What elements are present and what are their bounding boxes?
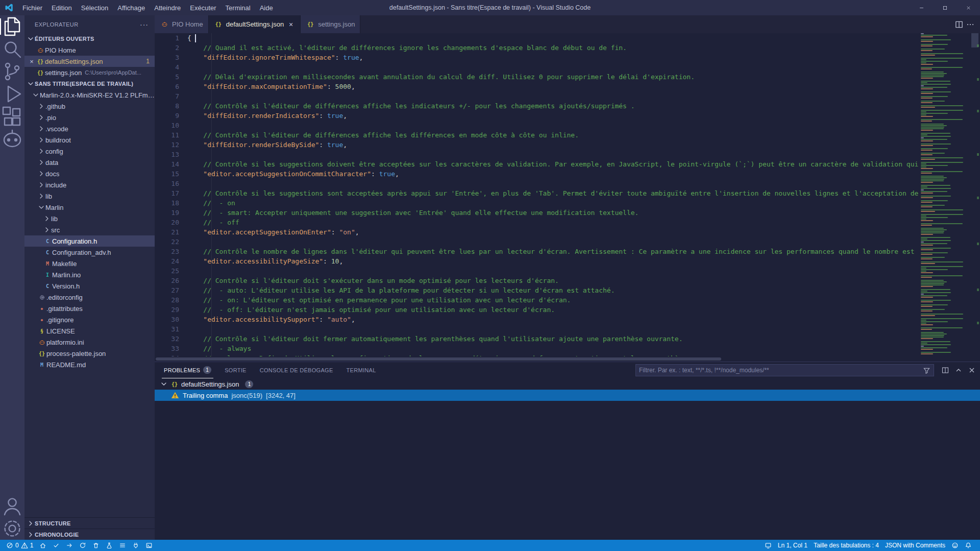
horizontal-scrollbar-thumb[interactable] <box>156 357 721 361</box>
tree-item-configuration-adv-h[interactable]: CConfiguration_adv.h <box>24 247 155 258</box>
menu-executer[interactable]: Exécuter <box>185 0 220 15</box>
tree-item-pio[interactable]: .pio <box>24 112 155 123</box>
explorer-more-actions-button[interactable]: ··· <box>140 20 149 29</box>
maximize-panel-chevron-icon[interactable] <box>954 366 963 374</box>
activitybar-search[interactable] <box>0 38 24 60</box>
problems-summary[interactable]: 01 <box>3 540 36 551</box>
tree-item-label: lib <box>51 215 58 223</box>
tree-item-include[interactable]: include <box>24 179 155 190</box>
statusbar-sync-button[interactable] <box>76 540 89 551</box>
tree-item-github[interactable]: .github <box>24 101 155 112</box>
statusbar-feedback-smiley[interactable] <box>948 540 962 551</box>
statusbar-home-button[interactable] <box>36 540 50 551</box>
more-editor-actions-icon[interactable] <box>966 20 975 29</box>
menu-aide[interactable]: Aide <box>255 0 278 15</box>
tree-item-marlin[interactable]: Marlin <box>24 202 155 213</box>
tree-item-lib[interactable]: lib <box>24 213 155 224</box>
minimap-line <box>921 338 933 339</box>
statusbar-list-button[interactable] <box>116 540 129 551</box>
problems-file-group[interactable]: {}defaultSettings.json1 <box>155 378 980 390</box>
split-panel-icon[interactable] <box>941 366 949 374</box>
minimap-line <box>921 281 947 282</box>
activitybar-explorer[interactable] <box>0 15 24 38</box>
tab-defaultsettings-json[interactable]: {}defaultSettings.json× <box>209 15 301 33</box>
panel-tab-console-de-debogage[interactable]: CONSOLE DE DÉBOGAGE <box>258 362 335 378</box>
section-chronologie[interactable]: CHRONOLOGIE <box>24 529 155 540</box>
close-editor-icon[interactable]: × <box>28 58 36 65</box>
open-editor-settings-json[interactable]: {}settings.jsonC:\Users\pro\AppDat... <box>24 67 155 78</box>
close-button[interactable] <box>957 0 980 15</box>
tree-item-lib[interactable]: lib <box>24 190 155 202</box>
tab-pio-home[interactable]: PIO Home <box>155 15 209 33</box>
activitybar-platformio[interactable] <box>0 128 24 150</box>
activitybar-extensions[interactable] <box>0 105 24 128</box>
statusbar-terminal-button[interactable] <box>142 540 156 551</box>
statusbar-notifications-bell[interactable] <box>962 540 975 551</box>
code-editor[interactable]: 1{2 // Quand il est activé, l'éditeur de… <box>155 33 919 356</box>
tree-item-marlin-2-0-x-miniskr-e2-v1-2-plfmoto[interactable]: Marlin-2.0.x-MiniSKR-E2 V1.2 PLFmoto <box>24 89 155 101</box>
open-editor-defaultsettings-json[interactable]: ×{}defaultSettings.json1 <box>24 56 155 67</box>
restore-button[interactable] <box>933 0 957 15</box>
panel-tab-terminal[interactable]: TERMINAL <box>345 362 378 378</box>
status-bar-left: 01 <box>0 540 156 551</box>
tree-item-docs[interactable]: docs <box>24 168 155 179</box>
activitybar-run-debug[interactable] <box>0 83 24 105</box>
close-tab-icon[interactable]: × <box>287 20 295 29</box>
minimap-line <box>921 347 947 348</box>
minimap[interactable] <box>919 33 970 356</box>
split-editor-icon[interactable] <box>954 20 964 29</box>
tree-item-gitattributes[interactable]: ◆.gitattributes <box>24 303 155 314</box>
tree-item-config[interactable]: config <box>24 146 155 157</box>
tab-settings-json[interactable]: {}settings.json <box>301 15 360 33</box>
statusbar-language-mode[interactable]: JSON with Comments <box>882 540 948 551</box>
section-structure[interactable]: STRUCTURE <box>24 517 155 529</box>
line-number: 12 <box>155 140 187 150</box>
problem-row[interactable]: Trailing commajsonc(519)[3242, 47] <box>155 390 980 401</box>
tree-item-buildroot[interactable]: buildroot <box>24 134 155 146</box>
tree-item-version-h[interactable]: CVersion.h <box>24 280 155 292</box>
activitybar-source-control[interactable] <box>0 60 24 83</box>
tree-item-license[interactable]: §LICENSE <box>24 325 155 337</box>
tree-item-editorconfig[interactable]: .editorconfig <box>24 292 155 303</box>
statusbar-cursor-position[interactable]: Ln 1, Col 1 <box>775 540 811 551</box>
tab-label: settings.json <box>318 20 355 28</box>
horizontal-scrollbar[interactable] <box>155 356 919 362</box>
activitybar-settings-gear[interactable] <box>0 517 24 540</box>
tree-item-gitignore[interactable]: ◆.gitignore <box>24 314 155 325</box>
tree-item-readme-md[interactable]: MREADME.md <box>24 359 155 370</box>
activitybar-account[interactable] <box>0 495 24 517</box>
tree-item-platformio-ini[interactable]: platformio.ini <box>24 337 155 348</box>
vertical-scrollbar[interactable] <box>970 33 980 356</box>
statusbar-plug-button[interactable] <box>129 540 142 551</box>
open-editor-pio-home[interactable]: PIO Home <box>24 44 155 56</box>
problems-filter-input[interactable] <box>639 367 923 374</box>
open-editors-section-header[interactable]: ÉDITEURS OUVERTS <box>24 33 155 44</box>
tree-item-marlin-ino[interactable]: IMarlin.ino <box>24 269 155 280</box>
tree-item-makefile[interactable]: MMakefile <box>24 258 155 269</box>
menu-selection[interactable]: Sélection <box>77 0 113 15</box>
statusbar-arrow-right-button[interactable] <box>63 540 76 551</box>
tree-item-src[interactable]: src <box>24 224 155 235</box>
menu-fichier[interactable]: Fichier <box>18 0 47 15</box>
statusbar-trash-button[interactable] <box>89 540 103 551</box>
tree-item-process-palette-json[interactable]: {}process-palette.json <box>24 348 155 359</box>
tree-item-data[interactable]: data <box>24 157 155 168</box>
menu-atteindre[interactable]: Atteindre <box>150 0 185 15</box>
tree-item-configuration-h[interactable]: CConfiguration.h <box>24 235 155 247</box>
code-line: 15 "editor.acceptSuggestionOnCommitChara… <box>155 169 919 179</box>
statusbar-tab-size[interactable]: Taille des tabulations : 4 <box>811 540 882 551</box>
menu-edition[interactable]: Edition <box>47 0 77 15</box>
panel-tab-sortie[interactable]: SORTIE <box>223 362 249 378</box>
panel-tab-problemes[interactable]: PROBLÈMES1 <box>162 362 213 378</box>
tree-item-vscode[interactable]: .vscode <box>24 123 155 134</box>
workspace-section-header[interactable]: SANS TITRE(ESPACE DE TRAVAIL) <box>24 78 155 89</box>
statusbar-check-button[interactable] <box>50 540 63 551</box>
minimize-button[interactable] <box>910 0 933 15</box>
close-panel-icon[interactable] <box>968 366 976 374</box>
statusbar-beaker-button[interactable] <box>103 540 116 551</box>
minimap-line <box>921 280 944 281</box>
statusbar-screen[interactable] <box>762 540 775 551</box>
warning-triangle-icon <box>21 542 28 549</box>
menu-terminal[interactable]: Terminal <box>221 0 255 15</box>
menu-affichage[interactable]: Affichage <box>113 0 150 15</box>
